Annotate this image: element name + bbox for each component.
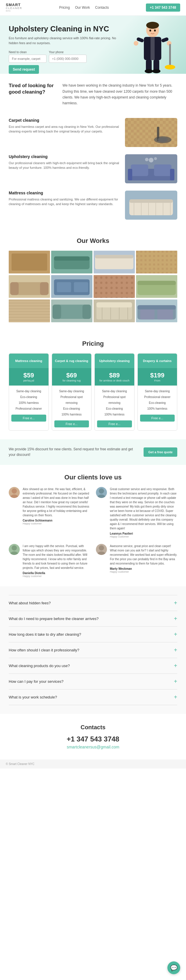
work-item[interactable] bbox=[51, 250, 92, 274]
feature: Eco-cleaning bbox=[54, 406, 89, 412]
svg-point-90 bbox=[12, 488, 17, 494]
faq-item-3[interactable]: How often should I clean it professional… bbox=[9, 643, 177, 658]
work-item[interactable] bbox=[94, 275, 135, 298]
main-nav: Pricing Our Work Contacts bbox=[59, 6, 109, 10]
nav-ourwork[interactable]: Our Work bbox=[75, 6, 90, 10]
svg-point-9 bbox=[165, 65, 175, 70]
work-item[interactable] bbox=[136, 275, 177, 298]
faq-item-1[interactable]: What do I need to prepare before the cle… bbox=[9, 611, 177, 627]
faq-item-0[interactable]: What about hidden fees? + bbox=[9, 595, 177, 611]
service-mattress-desc: Professional mattress cleaning and sanit… bbox=[9, 197, 119, 207]
testimonial-4-role: Happy customer bbox=[110, 570, 177, 573]
svg-rect-69 bbox=[137, 281, 176, 285]
testimonial-3-content: I am very happy with the service. Punctu… bbox=[23, 544, 90, 578]
svg-rect-29 bbox=[170, 169, 174, 180]
work-item[interactable] bbox=[51, 299, 92, 323]
testimonials-section: Our clients love us Alex showed up on ti… bbox=[0, 465, 186, 586]
faq-item-5[interactable]: How can I pay for your services? + bbox=[9, 674, 177, 689]
hero-section: Upholstery Cleaning in NYC Eco furniture… bbox=[0, 16, 186, 74]
carpet-img-svg bbox=[125, 118, 177, 147]
pricing-card-carpet-btn[interactable]: Free e... bbox=[54, 420, 89, 427]
testimonial-1: Alex showed up on time. He was fast, eff… bbox=[9, 487, 90, 538]
pricing-card-upholstery-btn[interactable]: Free e... bbox=[97, 420, 132, 427]
svg-rect-50 bbox=[95, 255, 134, 258]
svg-rect-8 bbox=[169, 44, 171, 67]
pricing-card-drapery-price: $199 From bbox=[138, 368, 177, 385]
faq-item-2[interactable]: How long does it take to dry after clean… bbox=[9, 627, 177, 643]
svg-point-32 bbox=[145, 158, 148, 161]
feature: Same-day cleaning bbox=[140, 388, 175, 394]
pricing-card-carpet-price: $69 for cleaning rug bbox=[52, 368, 92, 385]
svg-rect-3 bbox=[151, 37, 154, 60]
testimonial-3-text: I am very happy with the service. Punctu… bbox=[23, 544, 90, 570]
work-item[interactable] bbox=[94, 250, 135, 274]
price-sub-2: for armless or desk couch bbox=[96, 379, 133, 382]
pricing-card-drapery: Drapery & curtains $199 From Same-day cl… bbox=[137, 353, 178, 431]
testimonial-2: Great customer service and very responsi… bbox=[96, 487, 177, 538]
feature: Same-day cleaning bbox=[97, 388, 132, 394]
nav-contacts[interactable]: Contacts bbox=[95, 6, 109, 10]
svg-point-93 bbox=[97, 495, 106, 498]
avatar-2 bbox=[96, 487, 107, 498]
hero-submit-button[interactable]: Send request bbox=[9, 65, 39, 74]
testimonial-3-name: Daniella Diotella bbox=[23, 571, 90, 575]
hero-person-svg bbox=[125, 20, 180, 74]
work-item[interactable] bbox=[9, 250, 50, 274]
feature: 100% harmless bbox=[54, 412, 89, 417]
contacts-phone[interactable]: +1 347 543 3748 bbox=[10, 735, 176, 743]
discount-button[interactable]: Get a free quote bbox=[143, 447, 177, 457]
service-item-upholstery: Upholstery cleaning Our professional cle… bbox=[9, 154, 177, 183]
hero-need-input[interactable] bbox=[9, 55, 46, 63]
service-carpet-text: Carpet cleaning Eco and harmless carpet … bbox=[9, 118, 119, 134]
service-mattress-title: Mattress cleaning bbox=[9, 191, 119, 195]
header-phone-button[interactable]: +1 347 543 3748 bbox=[146, 3, 180, 12]
svg-point-96 bbox=[99, 545, 104, 550]
pricing-card-drapery-btn[interactable]: Free e... bbox=[140, 415, 175, 422]
service-item-mattress: Mattress cleaning Professional mattress … bbox=[9, 191, 177, 220]
svg-rect-80 bbox=[97, 302, 132, 307]
service-upholstery-desc: Our professional cleaners with high-tech… bbox=[9, 161, 119, 170]
about-left: Tired of looking for good cleaning? bbox=[9, 83, 57, 107]
discount-banner: We provide 15% discount for new clients.… bbox=[0, 439, 186, 465]
feature: Professional spot removing bbox=[54, 394, 89, 406]
price-sub-1: for cleaning rug bbox=[54, 379, 90, 382]
svg-rect-87 bbox=[137, 305, 176, 309]
work-item[interactable] bbox=[136, 250, 177, 274]
our-works-section: Our Works bbox=[0, 228, 186, 331]
our-works-title: Our Works bbox=[9, 237, 177, 245]
pricing-card-carpet: Carpet & rug cleaning $69 for cleaning r… bbox=[52, 353, 92, 431]
pricing-card-upholstery: Upholstery cleaning $89 for armless or d… bbox=[94, 353, 135, 431]
service-item-carpet: Carpet cleaning Eco and harmless carpet … bbox=[9, 118, 177, 147]
work-item[interactable] bbox=[94, 299, 135, 323]
testimonial-4-content: Awesome service, great price and clean c… bbox=[110, 544, 177, 578]
testimonial-2-role: Happy customer bbox=[110, 535, 177, 538]
svg-rect-58 bbox=[40, 282, 49, 295]
faq-expand-icon-0: + bbox=[174, 600, 177, 606]
pricing-card-upholstery-features: Same-day cleaning Professional spot remo… bbox=[95, 385, 134, 420]
svg-rect-71 bbox=[9, 299, 50, 322]
price-sub-3: From bbox=[139, 379, 176, 382]
contacts-email[interactable]: smartcleanersus@gmail.com bbox=[67, 745, 119, 749]
pricing-card-mattress-btn[interactable]: Free e... bbox=[11, 415, 46, 422]
work-item[interactable] bbox=[9, 299, 50, 323]
svg-point-30 bbox=[149, 158, 153, 162]
testimonial-1-name: Caroline Schloemann bbox=[23, 519, 90, 522]
svg-point-94 bbox=[12, 545, 17, 550]
svg-rect-27 bbox=[154, 164, 172, 176]
work-item[interactable] bbox=[136, 299, 177, 323]
avatar-3 bbox=[9, 544, 20, 555]
faq-item-4[interactable]: What cleaning products do you use? + bbox=[9, 658, 177, 674]
work-item[interactable] bbox=[9, 275, 50, 298]
testimonial-1-role: Happy customer bbox=[23, 522, 90, 525]
hero-subtitle: Eco furniture and upholstery cleaning se… bbox=[9, 36, 116, 45]
nav-pricing[interactable]: Pricing bbox=[59, 6, 70, 10]
hero-phone-input[interactable] bbox=[49, 55, 87, 63]
faq-question-3: How often should I clean it professional… bbox=[9, 648, 79, 652]
work-item[interactable] bbox=[51, 275, 92, 298]
faq-question-1: What do I need to prepare before the cle… bbox=[9, 617, 99, 621]
faq-expand-icon-1: + bbox=[174, 616, 177, 622]
faq-expand-icon-6: + bbox=[174, 694, 177, 700]
faq-question-4: What cleaning products do you use? bbox=[9, 663, 70, 668]
faq-item-6[interactable]: What is your work schedule? + bbox=[9, 689, 177, 705]
faq-expand-icon-3: + bbox=[174, 647, 177, 654]
